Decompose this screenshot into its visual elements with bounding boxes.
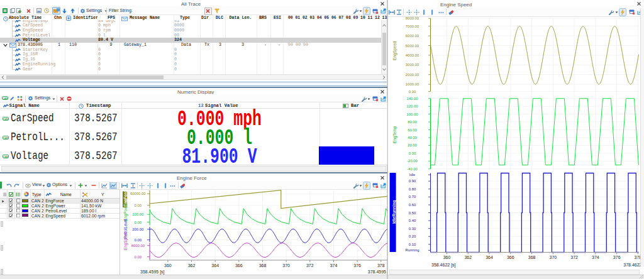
svg-text:370: 370	[550, 255, 557, 260]
svg-text:6000.00: 6000.00	[406, 34, 419, 38]
svg-text:364: 364	[211, 263, 219, 268]
svg-text:362: 362	[464, 255, 472, 260]
svg-text:374: 374	[592, 255, 599, 260]
svg-text:366: 366	[235, 263, 243, 268]
svg-text:374: 374	[330, 263, 338, 268]
svg-text:60.00: 60.00	[408, 128, 417, 132]
svg-text:EngSpeed: EngSpeed	[392, 41, 397, 60]
svg-text:360: 360	[164, 263, 172, 268]
svg-text:0.60: 0.60	[409, 203, 416, 207]
svg-text:0.70: 0.70	[409, 195, 416, 199]
svg-text:378.4622: 378.4622	[623, 263, 641, 267]
svg-text:IdleRunning: IdleRunning	[392, 200, 397, 224]
svg-text:2000.00: 2000.00	[406, 73, 419, 77]
svg-text:20.00: 20.00	[408, 143, 417, 147]
svg-text:1000.00: 1000.00	[406, 82, 419, 86]
svg-text:0.80: 0.80	[409, 187, 416, 191]
svg-text:0.90: 0.90	[409, 179, 416, 183]
svg-text:120.00: 120.00	[406, 104, 418, 108]
svg-text:372: 372	[306, 263, 314, 268]
svg-text:4000.00: 4000.00	[406, 53, 419, 57]
svg-text:60000.00: 60000.00	[130, 192, 146, 195]
svg-text:-20.00: -20.00	[407, 159, 418, 163]
svg-text:0.00: 0.00	[135, 255, 142, 259]
svg-text:360: 360	[443, 255, 451, 260]
svg-text:0.10: 0.10	[409, 243, 416, 246]
svg-text:EngTemp: EngTemp	[392, 126, 397, 143]
svg-text:0.40: 0.40	[409, 219, 416, 222]
svg-text:376: 376	[353, 263, 361, 268]
svg-text:370: 370	[282, 263, 290, 268]
svg-text:CAN: CAN	[3, 136, 8, 139]
svg-text:376: 376	[613, 255, 621, 260]
svg-text:Idle: Idle	[409, 173, 416, 177]
svg-text:100.00: 100.00	[406, 112, 418, 116]
svg-text:0.00: 0.00	[135, 204, 142, 207]
svg-text:0.00: 0.00	[135, 238, 142, 242]
svg-text:7000.00: 7000.00	[406, 25, 419, 28]
svg-text:140.00: 140.00	[406, 97, 418, 101]
svg-text:CAN: CAN	[3, 155, 8, 158]
svg-text:EngPower: EngPower	[123, 203, 128, 221]
svg-text:3000.00: 3000.00	[406, 63, 419, 67]
svg-text:8000.00: 8000.00	[406, 17, 419, 20]
svg-text:362: 362	[188, 263, 196, 268]
svg-text:0.50: 0.50	[409, 211, 416, 215]
svg-text:358.4595 [s]: 358.4595 [s]	[140, 270, 165, 275]
svg-text:364: 364	[486, 255, 493, 260]
svg-text:CAN: CAN	[3, 118, 8, 120]
svg-text:378.4595: 378.4595	[368, 270, 386, 274]
svg-text:0.00: 0.00	[409, 90, 416, 94]
svg-text:0.20: 0.20	[409, 234, 416, 238]
svg-text:372: 372	[570, 255, 578, 260]
svg-text:368: 368	[259, 263, 267, 268]
svg-text:200.00: 200.00	[132, 227, 144, 231]
svg-text:366: 366	[507, 255, 514, 260]
svg-text:Running: Running	[406, 248, 419, 252]
svg-text:CAN: CAN	[3, 97, 8, 100]
svg-text:368: 368	[528, 255, 536, 260]
svg-text:378: 378	[377, 263, 385, 268]
svg-text:40.00: 40.00	[408, 136, 417, 140]
svg-text:-40.00: -40.00	[407, 167, 418, 171]
svg-text:0.00: 0.00	[409, 151, 416, 155]
svg-text:0.30: 0.30	[409, 227, 416, 231]
svg-text:358.4622 [s]: 358.4622 [s]	[431, 263, 456, 268]
svg-text:80.00: 80.00	[408, 120, 417, 124]
svg-text:5000.00: 5000.00	[406, 44, 419, 48]
svg-text:8000.00: 8000.00	[131, 244, 145, 248]
svg-text:EngSpeed: EngSpeed	[123, 231, 128, 250]
svg-text:100.00: 100.00	[132, 212, 144, 216]
svg-text:0.00: 0.00	[135, 221, 142, 224]
